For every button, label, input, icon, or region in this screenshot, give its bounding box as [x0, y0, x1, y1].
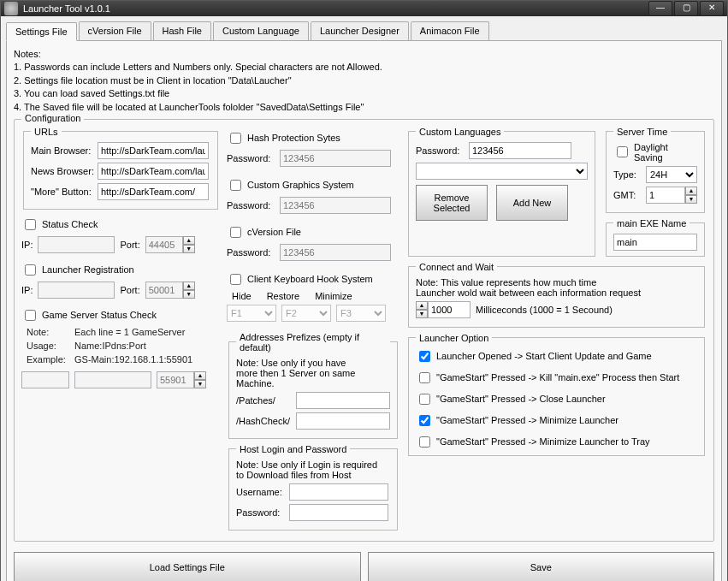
cgs-checkbox[interactable]: [230, 180, 241, 191]
gss-port-input[interactable]: [157, 371, 194, 388]
gss-checkbox[interactable]: [25, 310, 36, 321]
gmt-input[interactable]: [646, 187, 685, 204]
custlang-pw-input[interactable]: [469, 142, 571, 159]
app-icon: [4, 2, 18, 15]
connect-suffix: Milliceconds (1000 = 1 Secound): [476, 305, 613, 315]
opt-2-label: "GameStart" Pressed -> Kill "main.exe" P…: [436, 372, 679, 382]
gss-port-up[interactable]: ▲: [194, 371, 206, 380]
host-user-input[interactable]: [289, 483, 388, 501]
reg-ip-input[interactable]: [38, 282, 115, 299]
maximize-button[interactable]: ▢: [674, 1, 698, 16]
hash-pw-input[interactable]: [280, 150, 391, 167]
custlang-pw-label: Password:: [416, 145, 464, 156]
khook-min-select[interactable]: F3: [336, 305, 386, 322]
status-port-down[interactable]: ▼: [183, 245, 195, 253]
status-check-checkbox[interactable]: [25, 219, 36, 230]
connect-down[interactable]: ▼: [416, 310, 428, 318]
tab-launcher-designer[interactable]: Launcher Designer: [311, 21, 409, 40]
status-port-input[interactable]: [145, 236, 183, 253]
more-button-input[interactable]: [98, 183, 209, 200]
remove-selected-button[interactable]: Remove Selected: [416, 185, 488, 221]
host-pass-label: Password:: [236, 507, 284, 518]
load-settings-button[interactable]: Load Settings File: [14, 552, 361, 581]
tab-body: Notes: 1. Passwords can include Letters …: [6, 41, 722, 581]
add-new-button[interactable]: Add New: [496, 185, 568, 221]
opt-4-checkbox[interactable]: [419, 415, 430, 426]
notes-line-4: 4. The Saved file will be located at Lau…: [14, 101, 714, 114]
opt-3-checkbox[interactable]: [419, 394, 430, 405]
opt-5-label: "GameStart" Pressed -> Minimize Launcher…: [436, 436, 650, 447]
cver-checkbox[interactable]: [230, 227, 241, 238]
gss-field-1[interactable]: [21, 371, 69, 388]
connect-up[interactable]: ▲: [416, 301, 428, 310]
reg-port-up[interactable]: ▲: [183, 282, 195, 290]
hash-checkbox[interactable]: [230, 133, 241, 144]
gmt-down[interactable]: ▼: [685, 195, 697, 204]
tab-settings-file[interactable]: Settings File: [6, 22, 77, 41]
gss-example-v: GS-Main:192.168.1.1:55901: [74, 354, 192, 365]
connect-note-1: Note: This value represents how much tim…: [416, 277, 697, 288]
tab-hash-file[interactable]: Hash File: [153, 21, 211, 40]
servertime-legend: Server Time: [613, 127, 671, 137]
gmt-up[interactable]: ▲: [685, 187, 697, 195]
tab-cversion-file[interactable]: cVersion File: [79, 21, 151, 40]
addr-note-2: more then 1 Server on same Machine.: [236, 368, 390, 388]
opt-5-checkbox[interactable]: [419, 436, 430, 448]
khook-checkbox[interactable]: [230, 274, 241, 285]
exe-input[interactable]: [613, 234, 697, 251]
addr-patches-input[interactable]: [296, 392, 390, 409]
app-window: Launcher Tool v1.0.1 — ▢ ✕ Settings File…: [0, 0, 728, 581]
connect-group: Connect and Wait Note: This value repres…: [408, 262, 705, 328]
reg-port-down[interactable]: ▼: [183, 290, 195, 299]
client-area: Settings File cVersion File Hash File Cu…: [1, 16, 727, 581]
main-browser-label: Main Browser:: [31, 145, 92, 156]
status-ip-input[interactable]: [38, 236, 115, 253]
host-pass-input[interactable]: [289, 504, 388, 521]
gss-label: Game Server Status Check: [42, 310, 157, 320]
khook-restore-select[interactable]: F2: [281, 305, 331, 322]
minimize-button[interactable]: —: [648, 1, 672, 16]
daylight-checkbox[interactable]: [617, 146, 628, 157]
custlang-select[interactable]: [416, 163, 588, 180]
khook-hide-select[interactable]: F1: [227, 305, 276, 322]
servertime-group: Server Time Daylight Saving Type:24H GMT…: [606, 127, 705, 213]
gss-field-2[interactable]: [74, 371, 151, 388]
status-port-up[interactable]: ▲: [183, 236, 195, 245]
tab-animacon-file[interactable]: Animacon File: [411, 21, 489, 40]
launcher-reg-checkbox[interactable]: [25, 264, 36, 276]
main-browser-input[interactable]: [98, 142, 209, 159]
news-browser-input[interactable]: [98, 163, 209, 180]
options-legend: Launcher Option: [416, 333, 492, 343]
type-select[interactable]: 24H: [646, 166, 697, 183]
khook-restore-label: Restore: [267, 291, 300, 301]
addr-patches-label: /Patches/: [236, 395, 291, 406]
reg-ip-label: IP:: [21, 285, 33, 295]
close-button[interactable]: ✕: [700, 1, 724, 16]
type-label: Type:: [613, 169, 641, 180]
notes-heading: Notes:: [14, 48, 714, 61]
save-button[interactable]: Save: [368, 552, 715, 581]
gss-usage-v: Name:IPdns:Port: [74, 341, 146, 351]
cver-pw-input[interactable]: [280, 244, 391, 261]
cgs-label: Custom Graphics System: [247, 180, 354, 190]
cver-label: cVersion File: [247, 227, 301, 237]
gss-usage-k: Usage:: [27, 341, 69, 351]
urls-legend: URLs: [31, 127, 62, 137]
host-user-label: Username:: [236, 487, 284, 497]
gmt-label: GMT:: [613, 190, 641, 200]
addr-hash-input[interactable]: [296, 412, 390, 430]
reg-port-input[interactable]: [145, 282, 183, 299]
opt-1-checkbox[interactable]: [419, 351, 430, 362]
gss-note-k: Note:: [27, 327, 69, 337]
host-group: Host Login and Password Note: Use only i…: [228, 444, 398, 531]
host-note-1: Note: Use only if Login is required: [236, 459, 390, 470]
tabs: Settings File cVersion File Hash File Cu…: [6, 21, 722, 41]
opt-2-checkbox[interactable]: [419, 372, 430, 383]
bottom-bar: Load Settings File Save: [14, 552, 714, 581]
opt-1-label: Launcher Opened -> Start Client Update a…: [436, 351, 652, 361]
gss-example-k: Example:: [27, 354, 69, 365]
cgs-pw-input[interactable]: [280, 197, 391, 214]
gss-port-down[interactable]: ▼: [194, 380, 206, 388]
tab-custom-language[interactable]: Custom Language: [213, 21, 309, 40]
connect-value-input[interactable]: [428, 301, 471, 318]
